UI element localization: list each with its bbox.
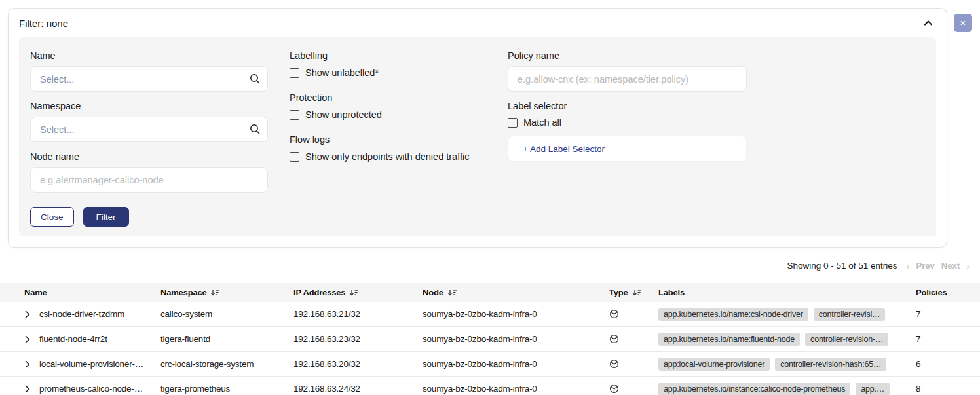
endpoint-node: soumya-bz-0zbo-kadm-infra-0 (423, 359, 609, 369)
chevron-right-icon (24, 360, 31, 368)
label-chip[interactable]: controller-revisi… (814, 308, 886, 321)
column-header-labels: Labels (658, 288, 916, 297)
sort-icon (632, 288, 641, 297)
filter-title: Filter: none (19, 18, 68, 29)
endpoint-namespace: calico-system (160, 309, 293, 319)
label-chip[interactable]: app.kubernetes.io/name:fluentd-node (658, 333, 800, 346)
column-header-namespace[interactable]: Namespace (160, 288, 293, 297)
sort-icon (349, 288, 358, 297)
search-icon (249, 73, 261, 85)
chevron-right-icon (24, 310, 31, 318)
endpoint-name[interactable]: prometheus-calico-node-… (39, 384, 160, 394)
filter-form: Name Namespace Node name (19, 37, 936, 236)
column-header-type[interactable]: Type (609, 288, 658, 297)
endpoint-name[interactable]: local-volume-provisioner-… (39, 359, 160, 369)
prev-chevron-icon[interactable]: ‹ (907, 260, 910, 271)
endpoint-labels: app.kubernetes.io/name:fluentd-node cont… (658, 333, 916, 346)
table-row: fluentd-node-4rr2t tigera-fluentd 192.16… (0, 327, 980, 352)
endpoint-labels: app.kubernetes.io/name:csi-node-driver c… (658, 308, 916, 321)
table-toolbar: Showing 0 - 51 of 51 entries ‹ Prev Next… (0, 248, 980, 283)
endpoint-type (609, 359, 658, 369)
denied-traffic-label: Show only endpoints with denied traffic (305, 151, 469, 162)
expand-row-button[interactable] (24, 335, 39, 343)
show-unprotected-checkbox[interactable] (290, 110, 299, 120)
collapse-panel-button[interactable] (920, 16, 936, 29)
pod-icon (609, 384, 619, 394)
flow-logs-section-label: Flow logs (290, 134, 508, 145)
column-header-ip-addresses[interactable]: IP Addresses (293, 288, 423, 297)
node-name-field-label: Node name (30, 151, 268, 162)
table-row: local-volume-provisioner-… crc-local-sto… (0, 352, 980, 377)
match-all-checkbox[interactable] (508, 118, 518, 128)
chevron-right-icon (24, 385, 31, 393)
endpoint-policies-count: 7 (916, 309, 980, 319)
table-header-row: Name Namespace IP Addresses Node Type (0, 283, 980, 302)
policy-name-input[interactable] (508, 66, 747, 92)
chevron-right-icon (24, 335, 31, 343)
endpoint-type (609, 384, 658, 394)
pager: ‹ Prev Next › (907, 260, 970, 271)
dismiss-filter-button[interactable]: × (954, 14, 972, 32)
endpoint-ip: 192.168.63.21/32 (293, 309, 423, 319)
label-chip[interactable]: controller-revision-hash:65… (775, 358, 886, 371)
label-chip[interactable]: app:local-volume-provisioner (658, 358, 770, 371)
endpoint-labels: app.kubernetes.io/instance:calico-node-p… (658, 383, 916, 395)
match-all-label: Match all (523, 117, 561, 128)
chevron-up-icon (923, 19, 933, 27)
endpoint-namespace: tigera-prometheus (160, 384, 293, 394)
table-row: csi-node-driver-tzdmm calico-system 192.… (0, 302, 980, 327)
show-unprotected-label: Show unprotected (305, 109, 382, 120)
expand-row-button[interactable] (24, 385, 39, 393)
policy-name-field-label: Policy name (508, 50, 747, 61)
endpoint-ip: 192.168.63.20/32 (293, 359, 423, 369)
pod-icon (609, 309, 619, 319)
protection-section-label: Protection (290, 92, 508, 103)
add-label-selector-button[interactable]: + Add Label Selector (508, 136, 747, 162)
denied-traffic-checkbox[interactable] (290, 152, 299, 162)
label-chip[interactable]: app.… (856, 383, 890, 395)
expand-row-button[interactable] (24, 310, 39, 318)
filter-bar: Filter: none Name Namespace (0, 0, 980, 248)
node-name-input[interactable] (30, 167, 268, 193)
close-button[interactable]: Close (30, 207, 74, 227)
endpoint-namespace: tigera-fluentd (160, 334, 293, 344)
endpoint-node: soumya-bz-0zbo-kadm-infra-0 (423, 309, 609, 319)
column-header-policies: Policies (916, 288, 980, 297)
filter-button[interactable]: Filter (83, 207, 129, 227)
show-unlabelled-checkbox[interactable] (290, 68, 299, 78)
label-chip[interactable]: controller-revision-… (805, 333, 888, 346)
endpoint-policies-count: 6 (916, 359, 980, 369)
prev-page-button[interactable]: Prev (916, 261, 935, 271)
filter-panel-header: Filter: none (9, 9, 947, 37)
filter-panel: Filter: none Name Namespace (8, 8, 947, 248)
expand-row-button[interactable] (24, 360, 39, 368)
endpoint-type (609, 334, 658, 344)
label-chip[interactable]: app.kubernetes.io/name:csi-node-driver (658, 308, 808, 321)
column-header-name: Name (24, 288, 160, 297)
name-field-label: Name (30, 50, 268, 61)
namespace-select-input[interactable] (30, 117, 268, 142)
endpoint-node: soumya-bz-0zbo-kadm-infra-0 (423, 334, 609, 344)
next-chevron-icon[interactable]: › (966, 260, 970, 271)
endpoint-name[interactable]: csi-node-driver-tzdmm (39, 309, 160, 319)
show-unlabelled-label: Show unlabelled* (305, 67, 379, 78)
namespace-field-label: Namespace (30, 101, 268, 111)
sort-icon (210, 288, 219, 297)
search-icon (249, 123, 261, 135)
column-header-node[interactable]: Node (423, 288, 609, 297)
endpoint-type (609, 309, 658, 319)
endpoint-labels: app:local-volume-provisioner controller-… (658, 358, 916, 371)
table-row: prometheus-calico-node-… tigera-promethe… (0, 377, 980, 395)
pod-icon (609, 334, 619, 344)
endpoint-policies-count: 7 (916, 334, 980, 344)
next-page-button[interactable]: Next (941, 261, 960, 271)
pod-icon (609, 359, 619, 369)
label-selector-section-label: Label selector (508, 101, 747, 111)
endpoint-ip: 192.168.63.24/32 (293, 384, 423, 394)
label-chip[interactable]: app.kubernetes.io/instance:calico-node-p… (658, 383, 850, 395)
endpoint-namespace: crc-local-storage-system (160, 359, 293, 369)
name-select-input[interactable] (30, 66, 268, 92)
sort-icon (447, 288, 457, 297)
labelling-section-label: Labelling (290, 50, 508, 61)
endpoint-name[interactable]: fluentd-node-4rr2t (39, 334, 160, 344)
